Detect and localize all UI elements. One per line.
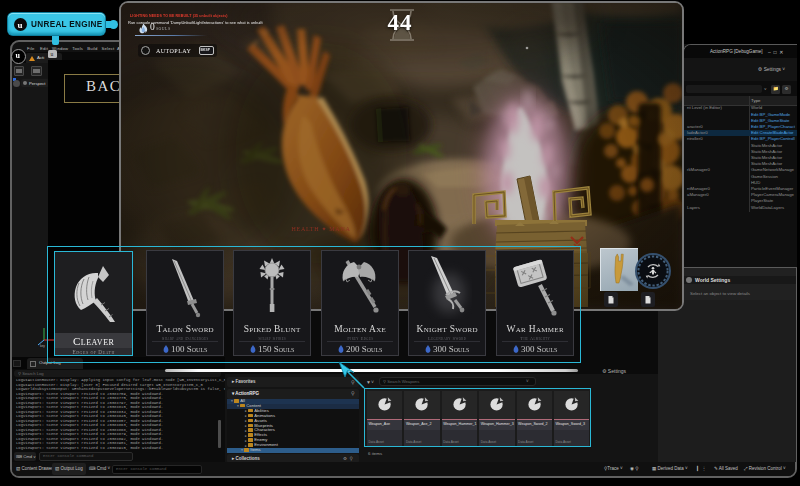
svg-text:key: key (40, 344, 45, 348)
